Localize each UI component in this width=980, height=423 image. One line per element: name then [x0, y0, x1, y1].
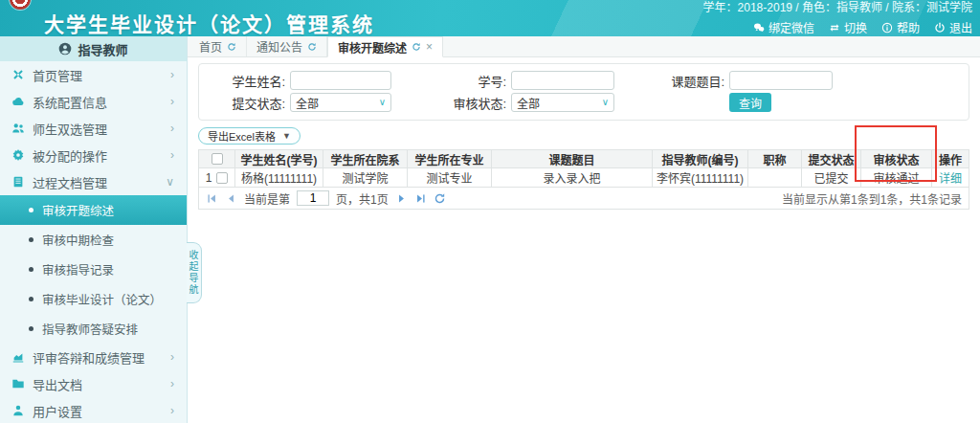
cell-submit-status: 已提交 — [802, 168, 861, 188]
tab-home[interactable]: 首页 — [189, 36, 247, 56]
query-button[interactable]: 查询 — [729, 93, 771, 112]
chevron-right-icon: › — [170, 69, 174, 80]
refresh-icon[interactable] — [307, 42, 317, 52]
cell-advisor: 李怀宾(11111111) — [653, 168, 748, 188]
page-prefix: 当前是第 — [244, 190, 290, 207]
select-chevron-icon: ∨ — [379, 98, 386, 107]
col-major: 学生所在专业 — [408, 150, 492, 168]
cell-topic: 录入录入把 — [492, 168, 653, 188]
chevron-right-icon: › — [170, 149, 174, 161]
chevron-right-icon: › — [170, 122, 174, 134]
submit-status-label: 提交状态: — [199, 94, 290, 112]
university-logo — [10, 0, 31, 10]
review-status-select[interactable]: 全部 ∨ — [511, 93, 614, 112]
switch-role-button[interactable]: 切换 — [829, 19, 867, 35]
cloud-icon — [11, 95, 25, 108]
col-student-name: 学生姓名(学号) — [235, 150, 323, 168]
export-excel-button[interactable]: 导出Excel表格 ▼ — [198, 127, 301, 145]
col-title: 职称 — [748, 150, 802, 168]
bullet-icon — [29, 326, 33, 331]
sidebar-item-assigned-operations[interactable]: 被分配的操作 › — [0, 142, 187, 168]
sidebar-item-review-defense-grades[interactable]: 评审答辩和成绩管理 › — [0, 344, 187, 370]
chevron-right-icon: › — [170, 96, 174, 107]
sidebar-subitem-advisor-qa-schedule[interactable]: 指导教师答疑安排 — [0, 314, 187, 344]
prev-page-icon[interactable] — [225, 192, 237, 205]
sidebar-item-process-documents[interactable]: 过程文档管理 ∨ — [0, 168, 187, 195]
folder-icon — [11, 377, 25, 390]
sidebar-subitem-review-proposal[interactable]: 审核开题综述 — [0, 195, 187, 225]
page-suffix: 页，共1页 — [336, 190, 389, 207]
gear-icon — [11, 148, 25, 162]
topic-title-input[interactable] — [729, 71, 833, 90]
bind-wechat-button[interactable]: 绑定微信 — [753, 19, 814, 35]
review-status-label: 审核状态: — [391, 94, 511, 112]
app-title: 大学生毕业设计（论文）管理系统 — [44, 9, 374, 37]
session-meta: 学年：2018-2019 / 角色：指导教师 / 院系：测试学院 — [703, 1, 972, 15]
search-panel: 学生姓名: 学号: 课题题目: — [198, 63, 969, 121]
table-header-row: 学生姓名(学号) 学生所在院系 学生所在专业 课题题目 指导教师(编号) 职称 … — [199, 150, 969, 168]
sidebar: 指导教师 首页管理 › 系统配置信息 › 师生双选管理 › 被分配的操作 › — [0, 36, 188, 423]
logout-button[interactable]: 退出 — [934, 19, 972, 35]
content-area: 学生姓名: 学号: 课题题目: — [188, 57, 980, 423]
wechat-icon — [753, 22, 765, 33]
tab-notices[interactable]: 通知公告 — [247, 36, 327, 56]
page-number-input[interactable] — [297, 190, 329, 206]
chevron-right-icon: › — [170, 405, 174, 416]
col-topic: 课题题目 — [492, 150, 653, 168]
main-panel: 首页 通知公告 审核开题综述 × 学生姓名 — [188, 36, 980, 423]
user-circle-icon — [58, 42, 72, 56]
sidebar-subitem-review-thesis[interactable]: 审核毕业设计（论文） — [0, 284, 187, 314]
close-icon[interactable]: × — [426, 40, 433, 54]
row-checkbox[interactable] — [216, 172, 228, 184]
cell-major: 测试专业 — [408, 168, 492, 188]
student-name-input[interactable] — [290, 71, 391, 90]
next-page-icon[interactable] — [395, 192, 408, 205]
cell-department: 测试学院 — [323, 168, 408, 188]
collapse-navigation-tab[interactable]: 收起导航 — [187, 242, 202, 303]
sidebar-item-system-config[interactable]: 系统配置信息 › — [0, 88, 187, 115]
refresh-icon[interactable] — [412, 42, 421, 52]
cell-title — [748, 168, 802, 188]
student-id-input[interactable] — [511, 71, 614, 90]
col-advisor: 指导教师(编号) — [653, 150, 748, 168]
results-table: 学生姓名(学号) 学生所在院系 学生所在专业 课题题目 指导教师(编号) 职称 … — [198, 149, 969, 188]
submit-status-select[interactable]: 全部 ∨ — [290, 93, 391, 112]
cell-actions: 详细允许修改 — [932, 168, 969, 188]
refresh-icon[interactable] — [434, 192, 446, 205]
sidebar-item-mutual-selection[interactable]: 师生双选管理 › — [0, 115, 187, 142]
sidebar-item-home-management[interactable]: 首页管理 › — [0, 61, 187, 88]
power-icon — [934, 22, 946, 33]
tab-bar: 首页 通知公告 审核开题综述 × — [188, 36, 980, 57]
refresh-icon[interactable] — [227, 42, 236, 52]
sidebar-item-user-settings[interactable]: 用户设置 › — [0, 397, 187, 423]
first-page-icon[interactable] — [206, 192, 218, 205]
pagination-bar: 当前是第 页，共1页 当前显示从第1条到1条，共1条记录 — [198, 188, 969, 210]
tab-review-proposal[interactable]: 审核开题综述 × — [327, 36, 443, 57]
select-all-checkbox[interactable] — [212, 153, 223, 165]
topic-title-label: 课题题目: — [614, 72, 729, 90]
row-index: 1 — [206, 171, 212, 185]
student-name-label: 学生姓名: — [199, 72, 290, 90]
bullet-icon — [29, 297, 33, 301]
col-department: 学生所在院系 — [323, 150, 408, 168]
student-id-label: 学号: — [391, 72, 511, 90]
sidebar-subitem-review-guidance-record[interactable]: 审核指导记录 — [0, 255, 187, 284]
col-review-status: 审核状态 — [861, 150, 932, 168]
select-all-header — [199, 150, 235, 168]
last-page-icon[interactable] — [414, 192, 427, 205]
header-bar: 大学生毕业设计（论文）管理系统 学年：2018-2019 / 角色：指导教师 /… — [0, 0, 980, 36]
app-window: 大学生毕业设计（论文）管理系统 学年：2018-2019 / 角色：指导教师 /… — [0, 0, 980, 423]
chevron-right-icon: › — [170, 378, 174, 390]
cell-review-status: 审核通过 — [861, 168, 932, 188]
chevron-right-icon: › — [170, 351, 174, 363]
detail-link[interactable]: 详细 — [939, 172, 962, 186]
bullet-icon — [29, 237, 33, 242]
help-button[interactable]: 帮助 — [881, 19, 920, 35]
bullet-icon — [29, 208, 33, 212]
caret-down-icon: ▼ — [282, 132, 291, 141]
col-submit-status: 提交状态 — [802, 150, 861, 168]
chart-icon — [11, 350, 25, 364]
cell-student-name: 杨格(11111111) — [235, 168, 323, 188]
sidebar-item-export-documents[interactable]: 导出文档 › — [0, 370, 187, 397]
sidebar-subitem-review-midterm[interactable]: 审核中期检查 — [0, 225, 187, 255]
